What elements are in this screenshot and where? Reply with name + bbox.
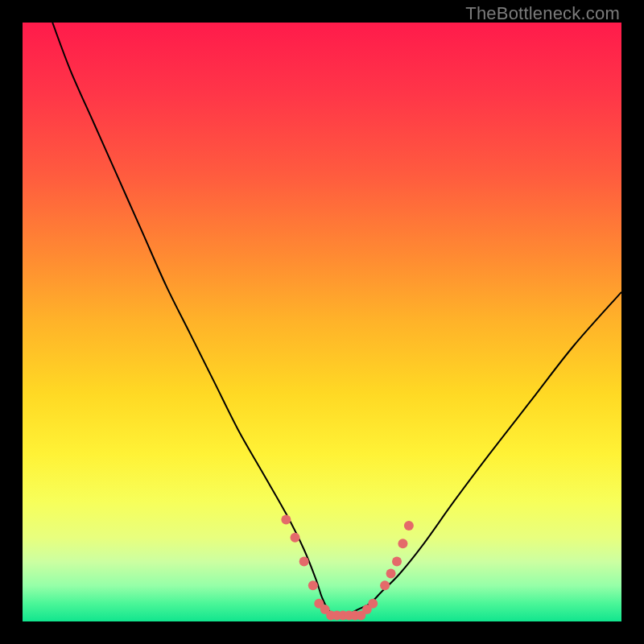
curve-marker	[392, 557, 402, 567]
curve-marker	[281, 515, 291, 525]
curve-marker	[291, 533, 300, 543]
curve-layer	[23, 23, 621, 621]
curve-marker	[299, 557, 309, 567]
curve-marker	[368, 599, 378, 609]
bottleneck-curve	[52, 23, 621, 616]
plot-area	[23, 23, 621, 621]
curve-marker	[404, 521, 414, 530]
curve-marker	[380, 580, 390, 590]
curve-marker	[386, 568, 396, 578]
chart-frame: TheBottleneck.com	[0, 0, 644, 644]
curve-markers	[281, 515, 414, 621]
watermark-text: TheBottleneck.com	[465, 3, 620, 24]
curve-marker	[308, 580, 318, 590]
curve-marker	[398, 539, 407, 548]
